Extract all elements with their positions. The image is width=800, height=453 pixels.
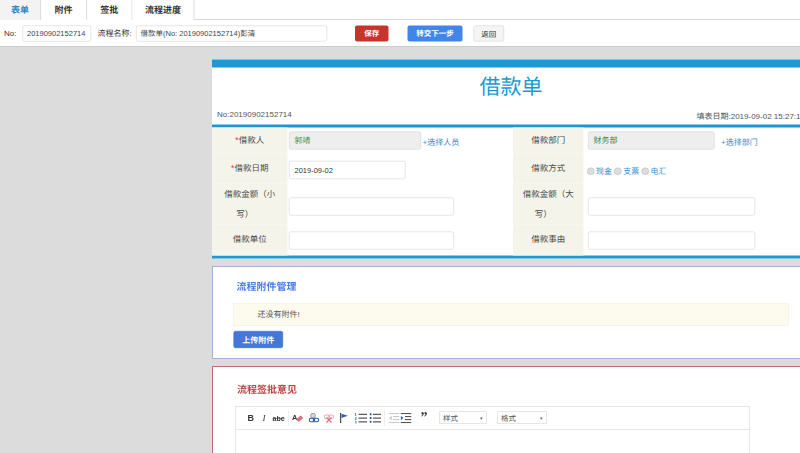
svg-text:3: 3 bbox=[355, 420, 358, 424]
